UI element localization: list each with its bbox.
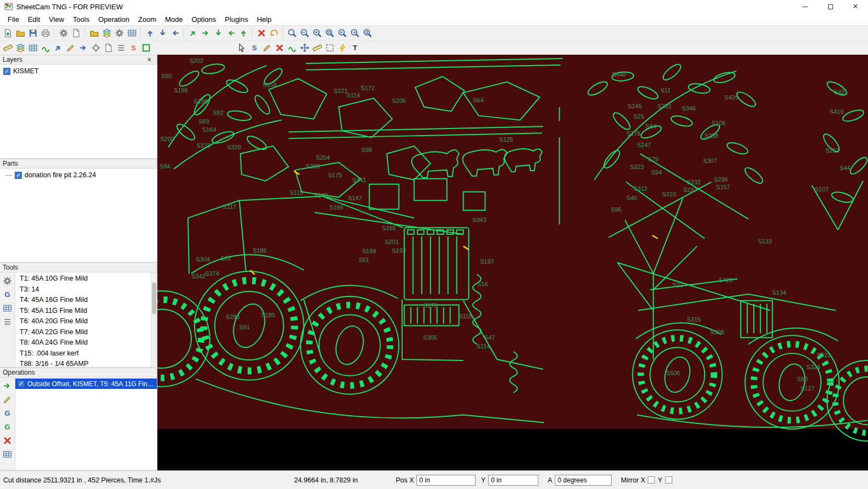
insert-operation-button[interactable]: [2, 380, 14, 392]
undo-button[interactable]: [268, 27, 280, 39]
operation-gcode-button[interactable]: G: [2, 407, 14, 419]
move-origin-button[interactable]: [298, 42, 311, 54]
close-button[interactable]: [843, 0, 868, 13]
tool-item[interactable]: T5: 45A 11G Fine Mild: [15, 306, 151, 317]
edit-points-button[interactable]: [261, 42, 273, 54]
tool-item[interactable]: T6: 40A 20G Fine Mild: [15, 316, 151, 327]
zoom-extents-button[interactable]: [286, 27, 298, 39]
start-point-back-button[interactable]: [225, 27, 237, 39]
show-tool-info-button[interactable]: [102, 42, 115, 54]
reverse-direction-button[interactable]: [169, 27, 181, 39]
material-boundary-button[interactable]: [140, 42, 153, 54]
operation-item-selected[interactable]: Outside Offset, KISMET, T5: 45A 11G Fine…: [15, 379, 157, 389]
tool-list-button[interactable]: [2, 316, 14, 328]
maximize-button[interactable]: [818, 0, 843, 13]
job-options-button[interactable]: [70, 27, 83, 39]
edit-contours-button[interactable]: [64, 42, 77, 54]
operation-table-button[interactable]: [2, 448, 14, 460]
zoom-out-button[interactable]: [298, 27, 311, 39]
save-job-button[interactable]: [27, 27, 39, 39]
menu-item[interactable]: File: [3, 14, 24, 25]
start-point-next-button[interactable]: [187, 27, 200, 39]
measure-tool-button[interactable]: [311, 42, 324, 54]
show-parts-table-button[interactable]: [27, 42, 39, 54]
menu-item[interactable]: Operation: [94, 14, 134, 25]
close-panel-icon[interactable]: [145, 56, 153, 63]
contour-label: S187: [480, 258, 494, 265]
zoom-selected-button[interactable]: [336, 27, 349, 39]
snap-mode-button[interactable]: S: [248, 42, 261, 54]
menu-item[interactable]: Zoom: [134, 14, 161, 25]
mirror-x-checkbox[interactable]: [648, 476, 655, 484]
zoom-in-button[interactable]: [311, 27, 324, 39]
pos-y-input[interactable]: [488, 475, 538, 486]
break-contour-button[interactable]: [273, 42, 286, 54]
contour-up-button[interactable]: [144, 27, 156, 39]
show-start-points-button[interactable]: [90, 42, 102, 54]
tool-item[interactable]: T8: 40A 24G Fine Mild: [15, 337, 151, 348]
new-job-button[interactable]: [2, 27, 14, 39]
print-job-button[interactable]: [39, 27, 52, 39]
tool-item[interactable]: T7: 40A 22G Fine Mild: [15, 327, 151, 338]
simulate-button[interactable]: [336, 42, 349, 54]
mirror-y-checkbox[interactable]: [665, 476, 672, 484]
menu-item[interactable]: Edit: [24, 14, 44, 25]
delete-contour-button[interactable]: [255, 27, 268, 39]
text-tool-button[interactable]: T: [349, 42, 361, 54]
drawing-canvas[interactable]: S202S90S196S198S159S121S114S172S206S64S9…: [157, 55, 868, 470]
operation-checkbox-icon[interactable]: [17, 380, 25, 387]
pos-x-input[interactable]: [417, 475, 476, 486]
tool-item[interactable]: T1: 45A 10G Fine Mild: [15, 273, 151, 284]
show-direction-arrows-button[interactable]: [77, 42, 90, 54]
tool-item[interactable]: T4: 45A 16G Fine Mild: [15, 295, 151, 306]
machine-settings-button[interactable]: [57, 27, 70, 39]
scrollbar-thumb[interactable]: [152, 282, 156, 314]
zoom-window-button[interactable]: [324, 27, 336, 39]
start-point-marker-button[interactable]: S: [127, 42, 140, 54]
zoom-previous-button[interactable]: [349, 27, 361, 39]
add-tool-button[interactable]: [2, 275, 14, 287]
contour-label: S266: [306, 163, 320, 170]
show-cut-order-button[interactable]: [115, 42, 127, 54]
post-operation-button[interactable]: G: [2, 421, 14, 433]
contour-down-button[interactable]: [156, 27, 169, 39]
open-job-button[interactable]: [14, 27, 27, 39]
layer-item[interactable]: KISMET: [0, 65, 157, 75]
minimize-button[interactable]: [793, 0, 818, 13]
tool-table-button[interactable]: [2, 302, 14, 314]
tools-scrollbar[interactable]: [151, 272, 157, 367]
tool-item[interactable]: T15: .004 laser kerf: [15, 348, 151, 359]
box-select-button[interactable]: [324, 42, 336, 54]
contour-label: S125: [499, 136, 513, 143]
show-rapid-moves-button[interactable]: [52, 42, 64, 54]
edit-operation-button[interactable]: [2, 393, 14, 405]
menu-item[interactable]: View: [44, 14, 68, 25]
start-point-auto-button[interactable]: [237, 27, 250, 39]
tool-item[interactable]: T3: 14: [15, 284, 151, 295]
part-checkbox-icon[interactable]: [15, 172, 22, 179]
start-point-down-button[interactable]: [212, 27, 225, 39]
menu-item[interactable]: Plugins: [220, 14, 253, 25]
menu-item[interactable]: Mode: [161, 14, 187, 25]
part-item[interactable]: donation fire pit 2.26.24: [0, 168, 157, 179]
zoom-material-button[interactable]: [361, 27, 374, 39]
nest-parts-button[interactable]: [126, 27, 138, 39]
import-part-button[interactable]: [88, 27, 101, 39]
select-tool-button[interactable]: [236, 42, 248, 54]
menu-item[interactable]: Options: [187, 14, 221, 25]
show-layers-button[interactable]: [14, 42, 27, 54]
move-origin-icon: [300, 43, 309, 53]
start-point-move-button[interactable]: [200, 27, 212, 39]
show-material-button[interactable]: [2, 42, 14, 54]
menu-item[interactable]: Tools: [68, 14, 93, 25]
disable-operation-button[interactable]: [2, 434, 14, 446]
tool-item[interactable]: T88: 3/16 - 1/4 65AMP: [15, 359, 151, 367]
show-cut-path-button[interactable]: [39, 42, 52, 54]
tool-gcode-button[interactable]: G: [2, 288, 14, 300]
angle-input[interactable]: [555, 475, 612, 486]
join-contour-button[interactable]: [286, 42, 298, 54]
menu-item[interactable]: Help: [253, 14, 276, 25]
duplicate-part-button[interactable]: [101, 27, 113, 39]
part-options-button[interactable]: [113, 27, 126, 39]
layer-checkbox-icon[interactable]: [3, 68, 10, 75]
